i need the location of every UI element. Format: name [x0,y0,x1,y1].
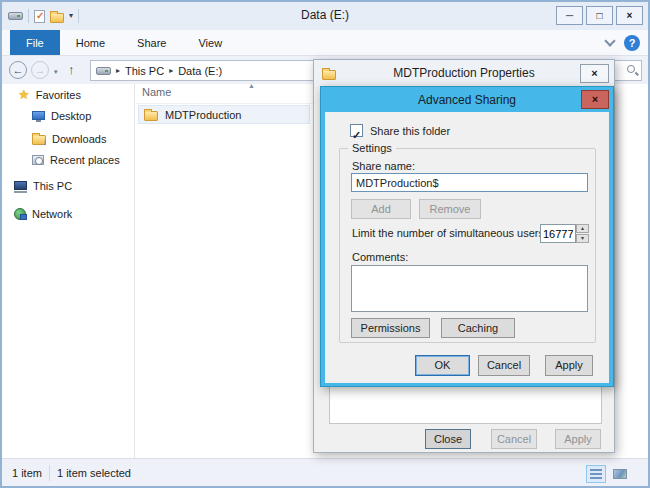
sidebar-label: Recent places [50,154,120,166]
sidebar-label: Network [32,208,72,220]
share-this-folder-checkbox[interactable]: ✓ [350,124,363,137]
items-count: 1 item [12,467,42,479]
properties-close-button[interactable]: Close [425,429,471,449]
help-icon[interactable]: ? [624,35,640,51]
ribbon-tab-row: File Home Share View ? [2,30,648,56]
sharing-description-box [329,386,602,424]
close-icon[interactable]: × [581,90,609,109]
comments-textarea[interactable] [351,265,588,312]
computer-icon [14,181,27,190]
maximize-button[interactable]: □ [586,6,613,25]
recent-locations-dropdown-icon[interactable]: ▾ [54,68,58,76]
sidebar-label: Desktop [51,110,91,122]
thumbnails-view-icon [613,469,627,479]
apply-button[interactable]: Apply [545,355,593,376]
caching-button[interactable]: Caching [441,318,515,338]
spinner-up-icon[interactable]: ▴ [576,224,589,233]
settings-group-label: Settings [348,142,396,154]
column-header-name[interactable]: Name [142,86,171,98]
share-name-input[interactable] [351,173,588,192]
permissions-button[interactable]: Permissions [351,318,430,338]
sort-ascending-icon[interactable]: ▲ [248,82,255,89]
user-limit-input[interactable] [540,224,576,243]
sidebar-label: Favorites [36,89,81,101]
details-view-icon [590,469,602,479]
advanced-sharing-title: Advanced Sharing [321,93,613,107]
advanced-sharing-dialog: Advanced Sharing × ✓ Share this folder S… [320,86,614,387]
folder-icon [144,111,158,121]
spinner-buttons: ▴ ▾ [576,224,589,243]
cancel-button[interactable]: Cancel [478,355,530,376]
tab-file[interactable]: File [10,30,60,55]
title-bar: ▾ Data (E:) ─ □ × [2,2,648,30]
share-name-label: Share name: [352,160,415,172]
breadcrumb-separator: ▸ [116,66,120,75]
star-icon: ★ [18,88,30,101]
forward-button[interactable]: → [31,61,49,79]
tab-home[interactable]: Home [60,30,121,55]
separator [49,465,50,481]
minimize-ribbon-icon[interactable] [604,35,615,46]
folder-download-icon [32,135,46,145]
selection-count: 1 item selected [57,467,131,479]
sidebar-item-recent-places[interactable]: Recent places [32,154,120,166]
tab-share[interactable]: Share [121,30,182,55]
spinner-down-icon[interactable]: ▾ [576,234,589,243]
breadcrumb-separator: ▸ [169,66,173,75]
sidebar-item-this-pc[interactable]: This PC [14,180,72,192]
drive-icon [96,67,111,75]
ok-button[interactable]: OK [415,355,470,376]
ribbon-tabs: File Home Share View [10,30,238,55]
properties-cancel-button: Cancel [491,429,537,449]
sidebar-label: This PC [33,180,72,192]
network-globe-icon [14,208,26,220]
add-button: Add [351,199,411,219]
back-button[interactable]: ← [9,61,27,79]
navigation-pane: ★ Favorites Desktop Downloads Recent pla… [2,84,135,458]
properties-apply-button: Apply [555,429,601,449]
checkmark-icon: ✓ [352,129,361,141]
ribbon-right-controls: ? [606,35,640,51]
file-row-mdtproduction[interactable]: MDTProduction [138,105,310,124]
explorer-window: ▾ Data (E:) ─ □ × File Home Share View ?… [0,0,650,488]
remove-button: Remove [419,199,481,219]
sidebar-item-favorites[interactable]: ★ Favorites [18,88,81,101]
close-button[interactable]: × [616,6,643,25]
share-this-folder-label[interactable]: Share this folder [370,125,450,137]
breadcrumb-data-e[interactable]: Data (E:) [178,65,222,77]
status-bar: 1 item 1 item selected [2,458,648,488]
minimize-button[interactable]: ─ [556,6,583,25]
caption-buttons: ─ □ × [556,6,643,25]
properties-title-bar: MDTProduction Properties × [314,60,614,87]
close-icon[interactable]: × [580,64,609,83]
advanced-sharing-body: ✓ Share this folder Settings Share name:… [325,112,609,383]
monitor-icon [32,111,45,120]
file-name: MDTProduction [165,109,241,121]
sidebar-item-downloads[interactable]: Downloads [32,132,106,145]
properties-dialog-title: MDTProduction Properties [314,66,614,80]
window-title: Data (E:) [2,8,648,22]
comments-label: Comments: [352,251,408,263]
up-button[interactable]: ↑ [68,62,75,77]
details-view-button[interactable] [586,465,606,483]
sidebar-item-desktop[interactable]: Desktop [32,110,91,122]
user-limit-spinner: ▴ ▾ [540,224,589,243]
sidebar-item-network[interactable]: Network [14,208,72,220]
breadcrumb-this-pc[interactable]: This PC [125,65,164,77]
tab-view[interactable]: View [182,30,238,55]
thumbnails-view-button[interactable] [610,465,630,483]
user-limit-label: Limit the number of simultaneous users t… [352,227,559,239]
sidebar-label: Downloads [52,133,106,145]
recent-places-icon [32,155,44,165]
search-icon[interactable] [627,65,635,73]
